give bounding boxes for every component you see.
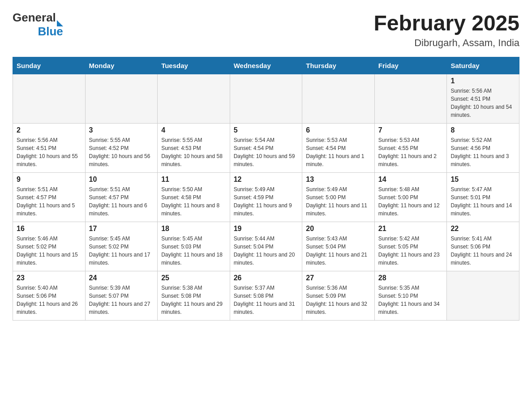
- day-info: Sunrise: 5:46 AMSunset: 5:02 PMDaylight:…: [17, 235, 82, 267]
- day-cell: [447, 271, 519, 321]
- day-number: 25: [161, 274, 226, 282]
- day-info: Sunrise: 5:48 AMSunset: 5:00 PMDaylight:…: [378, 185, 443, 218]
- location-title: Dibrugarh, Assam, India: [373, 37, 519, 49]
- day-cell: [158, 74, 230, 124]
- weekday-header-monday: Monday: [85, 57, 158, 74]
- day-cell: 26Sunrise: 5:37 AMSunset: 5:08 PMDayligh…: [230, 271, 302, 321]
- day-number: 1: [450, 77, 515, 85]
- day-number: 20: [306, 225, 371, 233]
- weekday-header-row: SundayMondayTuesdayWednesdayThursdayFrid…: [13, 57, 519, 74]
- day-info: Sunrise: 5:47 AMSunset: 5:01 PMDaylight:…: [450, 185, 515, 218]
- week-row-2: 2Sunrise: 5:56 AMSunset: 4:51 PMDaylight…: [13, 124, 519, 173]
- day-number: 24: [89, 274, 154, 282]
- day-number: 19: [234, 225, 299, 233]
- day-number: 12: [234, 176, 299, 184]
- day-cell: 5Sunrise: 5:54 AMSunset: 4:54 PMDaylight…: [230, 124, 302, 173]
- day-info: Sunrise: 5:54 AMSunset: 4:54 PMDaylight:…: [234, 136, 299, 168]
- logo-blue: Blue: [38, 25, 63, 39]
- day-info: Sunrise: 5:55 AMSunset: 4:52 PMDaylight:…: [89, 136, 154, 168]
- day-cell: [302, 74, 375, 124]
- day-cell: 20Sunrise: 5:43 AMSunset: 5:04 PMDayligh…: [302, 222, 375, 271]
- day-number: 10: [89, 176, 154, 184]
- day-number: 23: [17, 274, 82, 282]
- day-cell: 19Sunrise: 5:44 AMSunset: 5:04 PMDayligh…: [230, 222, 302, 271]
- day-number: 26: [234, 274, 299, 282]
- day-cell: 9Sunrise: 5:51 AMSunset: 4:57 PMDaylight…: [13, 173, 86, 222]
- day-number: 4: [161, 126, 226, 134]
- day-cell: 10Sunrise: 5:51 AMSunset: 4:57 PMDayligh…: [85, 173, 158, 222]
- day-info: Sunrise: 5:53 AMSunset: 4:55 PMDaylight:…: [378, 136, 443, 168]
- logo-general: General: [13, 11, 56, 25]
- day-number: 28: [378, 274, 443, 282]
- day-number: 6: [306, 126, 371, 134]
- day-cell: 14Sunrise: 5:48 AMSunset: 5:00 PMDayligh…: [374, 173, 447, 222]
- day-info: Sunrise: 5:42 AMSunset: 5:05 PMDaylight:…: [378, 235, 443, 267]
- day-number: 3: [89, 126, 154, 134]
- day-info: Sunrise: 5:56 AMSunset: 4:51 PMDaylight:…: [17, 136, 82, 168]
- day-info: Sunrise: 5:36 AMSunset: 5:09 PMDaylight:…: [306, 284, 371, 316]
- day-cell: 16Sunrise: 5:46 AMSunset: 5:02 PMDayligh…: [13, 222, 86, 271]
- weekday-header-tuesday: Tuesday: [158, 57, 230, 74]
- day-cell: 21Sunrise: 5:42 AMSunset: 5:05 PMDayligh…: [374, 222, 447, 271]
- day-cell: [13, 74, 86, 124]
- day-number: 7: [378, 126, 443, 134]
- day-cell: 17Sunrise: 5:45 AMSunset: 5:02 PMDayligh…: [85, 222, 158, 271]
- day-info: Sunrise: 5:49 AMSunset: 4:59 PMDaylight:…: [234, 185, 299, 218]
- day-number: 5: [234, 126, 299, 134]
- day-info: Sunrise: 5:49 AMSunset: 5:00 PMDaylight:…: [306, 185, 371, 218]
- day-cell: 4Sunrise: 5:55 AMSunset: 4:53 PMDaylight…: [158, 124, 230, 173]
- day-cell: [374, 74, 447, 124]
- day-cell: 13Sunrise: 5:49 AMSunset: 5:00 PMDayligh…: [302, 173, 375, 222]
- day-cell: 24Sunrise: 5:39 AMSunset: 5:07 PMDayligh…: [85, 271, 158, 321]
- day-cell: 6Sunrise: 5:53 AMSunset: 4:54 PMDaylight…: [302, 124, 375, 173]
- day-cell: 2Sunrise: 5:56 AMSunset: 4:51 PMDaylight…: [13, 124, 86, 173]
- day-cell: 27Sunrise: 5:36 AMSunset: 5:09 PMDayligh…: [302, 271, 375, 321]
- day-cell: 22Sunrise: 5:41 AMSunset: 5:06 PMDayligh…: [447, 222, 519, 271]
- day-cell: 25Sunrise: 5:38 AMSunset: 5:08 PMDayligh…: [158, 271, 230, 321]
- day-number: 13: [306, 176, 371, 184]
- day-number: 9: [17, 176, 82, 184]
- day-info: Sunrise: 5:39 AMSunset: 5:07 PMDaylight:…: [89, 284, 154, 316]
- day-cell: 3Sunrise: 5:55 AMSunset: 4:52 PMDaylight…: [85, 124, 158, 173]
- page-header: General Blue February 2025 Dibrugarh, As…: [13, 11, 519, 49]
- weekday-header-wednesday: Wednesday: [230, 57, 302, 74]
- day-cell: 11Sunrise: 5:50 AMSunset: 4:58 PMDayligh…: [158, 173, 230, 222]
- weekday-header-thursday: Thursday: [302, 57, 375, 74]
- weekday-header-sunday: Sunday: [13, 57, 86, 74]
- day-info: Sunrise: 5:44 AMSunset: 5:04 PMDaylight:…: [234, 235, 299, 267]
- day-info: Sunrise: 5:35 AMSunset: 5:10 PMDaylight:…: [378, 284, 443, 316]
- week-row-3: 9Sunrise: 5:51 AMSunset: 4:57 PMDaylight…: [13, 173, 519, 222]
- week-row-1: 1Sunrise: 5:56 AMSunset: 4:51 PMDaylight…: [13, 74, 519, 124]
- calendar-table: SundayMondayTuesdayWednesdayThursdayFrid…: [13, 57, 519, 321]
- day-cell: [230, 74, 302, 124]
- day-cell: 15Sunrise: 5:47 AMSunset: 5:01 PMDayligh…: [447, 173, 519, 222]
- day-info: Sunrise: 5:43 AMSunset: 5:04 PMDaylight:…: [306, 235, 371, 267]
- day-info: Sunrise: 5:55 AMSunset: 4:53 PMDaylight:…: [161, 136, 226, 168]
- day-info: Sunrise: 5:51 AMSunset: 4:57 PMDaylight:…: [17, 185, 82, 218]
- day-number: 21: [378, 225, 443, 233]
- day-cell: 7Sunrise: 5:53 AMSunset: 4:55 PMDaylight…: [374, 124, 447, 173]
- day-info: Sunrise: 5:51 AMSunset: 4:57 PMDaylight:…: [89, 185, 154, 218]
- day-info: Sunrise: 5:56 AMSunset: 4:51 PMDaylight:…: [450, 87, 515, 119]
- day-info: Sunrise: 5:45 AMSunset: 5:02 PMDaylight:…: [89, 235, 154, 267]
- day-number: 22: [450, 225, 515, 233]
- month-title: February 2025: [373, 11, 519, 35]
- day-info: Sunrise: 5:38 AMSunset: 5:08 PMDaylight:…: [161, 284, 226, 316]
- day-number: 2: [17, 126, 82, 134]
- day-info: Sunrise: 5:40 AMSunset: 5:06 PMDaylight:…: [17, 284, 82, 316]
- day-cell: 18Sunrise: 5:45 AMSunset: 5:03 PMDayligh…: [158, 222, 230, 271]
- day-number: 11: [161, 176, 226, 184]
- day-number: 14: [378, 176, 443, 184]
- day-info: Sunrise: 5:41 AMSunset: 5:06 PMDaylight:…: [450, 235, 515, 267]
- week-row-4: 16Sunrise: 5:46 AMSunset: 5:02 PMDayligh…: [13, 222, 519, 271]
- day-number: 16: [17, 225, 82, 233]
- day-cell: 12Sunrise: 5:49 AMSunset: 4:59 PMDayligh…: [230, 173, 302, 222]
- day-cell: 8Sunrise: 5:52 AMSunset: 4:56 PMDaylight…: [447, 124, 519, 173]
- day-info: Sunrise: 5:53 AMSunset: 4:54 PMDaylight:…: [306, 136, 371, 168]
- day-cell: 1Sunrise: 5:56 AMSunset: 4:51 PMDaylight…: [447, 74, 519, 124]
- day-cell: 28Sunrise: 5:35 AMSunset: 5:10 PMDayligh…: [374, 271, 447, 321]
- day-info: Sunrise: 5:52 AMSunset: 4:56 PMDaylight:…: [450, 136, 515, 168]
- day-number: 15: [450, 176, 515, 184]
- day-number: 8: [450, 126, 515, 134]
- weekday-header-saturday: Saturday: [447, 57, 519, 74]
